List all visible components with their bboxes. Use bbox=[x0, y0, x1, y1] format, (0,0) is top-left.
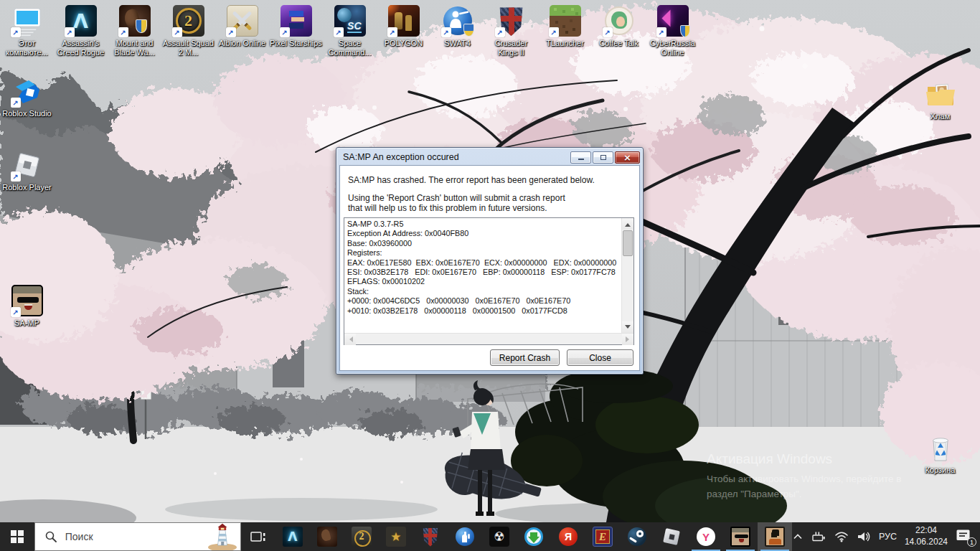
tray-date: 14.06.2024 bbox=[905, 537, 948, 548]
recycle-bin-icon bbox=[924, 431, 957, 464]
report-hint-line2: that will help us to fix this problem in… bbox=[348, 203, 547, 213]
polygon-icon bbox=[387, 4, 420, 37]
arrow-left-icon bbox=[347, 336, 353, 342]
horizontal-scrollbar[interactable] bbox=[344, 333, 633, 344]
search-box[interactable]: Поиск bbox=[34, 522, 241, 551]
taskbar-app-assassins-creed[interactable] bbox=[275, 522, 310, 551]
desktop-icon-albion[interactable]: Albion Online bbox=[215, 4, 269, 57]
close-button[interactable]: × bbox=[615, 151, 640, 164]
task-view-button[interactable] bbox=[245, 522, 271, 551]
language-indicator[interactable]: РУС bbox=[879, 532, 897, 542]
crusader-kings-icon bbox=[495, 4, 528, 37]
notification-center-button[interactable]: 1 bbox=[956, 529, 974, 545]
crash-log-text[interactable]: SA-MP 0.3.7-R5 Exception At Address: 0x0… bbox=[344, 218, 621, 333]
desktop-icon-assault-squad-2[interactable]: Assault Squad 2 M... bbox=[161, 4, 215, 57]
steam-icon bbox=[628, 527, 646, 546]
close-icon: × bbox=[623, 153, 631, 162]
pixel-starships-icon bbox=[280, 4, 313, 37]
desktop-icon-recycle-bin[interactable]: Корзина bbox=[913, 431, 967, 475]
dialog-title-bar[interactable]: SA:MP An exception occured × bbox=[339, 150, 641, 164]
desktop-icon-pixel-starships[interactable]: Pixel Starships bbox=[269, 4, 323, 57]
vertical-scrollbar[interactable] bbox=[621, 218, 633, 333]
caption-buttons: × bbox=[570, 151, 640, 164]
desktop-icon-samp[interactable]: SA-MP bbox=[0, 284, 54, 328]
assassins-creed-icon bbox=[283, 527, 303, 547]
report-crash-button[interactable]: Report Crash bbox=[490, 349, 560, 366]
taskbar-app-crusader-kings[interactable] bbox=[413, 522, 448, 551]
space-commander-icon bbox=[334, 4, 367, 37]
taskbar-app-swat4[interactable] bbox=[448, 522, 482, 551]
shortcut-arrow-icon bbox=[65, 27, 75, 37]
taskbar-app-samp[interactable] bbox=[723, 522, 758, 551]
dialog-title: SA:MP An exception occured bbox=[343, 152, 459, 162]
yandex-browser-icon bbox=[559, 527, 578, 546]
taskbar-app-mount-blade[interactable] bbox=[310, 522, 344, 551]
mount-blade-icon bbox=[317, 527, 337, 547]
maximize-button[interactable] bbox=[593, 151, 613, 164]
radiation-icon bbox=[489, 527, 509, 547]
desktop-icon-coffee-talk[interactable]: Coffee Talk bbox=[592, 4, 646, 57]
gold-medal-icon bbox=[386, 527, 406, 547]
desktop-icon-row: Этот компьюте... Assassin's Creed Rogue … bbox=[0, 4, 699, 57]
lighthouse-illustration bbox=[206, 523, 239, 550]
scroll-left-button[interactable] bbox=[344, 334, 356, 345]
swat4-icon bbox=[456, 527, 474, 546]
taskbar-app-steam[interactable] bbox=[620, 522, 654, 551]
taskbar-app-stalker[interactable] bbox=[482, 522, 517, 551]
taskbar-app-yandex-browser[interactable] bbox=[551, 522, 585, 551]
taskbar-app-gold-medal-game[interactable] bbox=[379, 522, 413, 551]
shortcut-arrow-icon bbox=[280, 27, 290, 37]
close-dialog-button[interactable]: Close bbox=[567, 349, 633, 366]
arrow-right-icon bbox=[626, 336, 632, 342]
shortcut-arrow-icon bbox=[11, 307, 21, 317]
taskbar-app-assault-squad-2[interactable] bbox=[344, 522, 379, 551]
ornate-e-icon bbox=[593, 527, 613, 547]
desktop-icon-mount-blade[interactable]: Mount and Blade Wa... bbox=[108, 4, 161, 57]
power-battery-icon[interactable] bbox=[811, 531, 826, 542]
start-button[interactable] bbox=[0, 522, 34, 551]
shortcut-arrow-icon bbox=[172, 27, 182, 37]
desktop-icon-tlauncher[interactable]: TLauncher bbox=[538, 4, 592, 57]
desktop-icon-swat4[interactable]: SWAT4 bbox=[430, 4, 484, 57]
roblox-studio-icon bbox=[11, 75, 44, 108]
desktop-icon-space-commander[interactable]: Space Command... bbox=[323, 4, 377, 57]
wifi-icon[interactable] bbox=[834, 531, 849, 542]
desktop-icon-crusader-kings[interactable]: Crusader Kings II bbox=[484, 4, 538, 57]
tray-time: 22:04 bbox=[905, 525, 948, 537]
desktop-icon-this-pc[interactable]: Этот компьюте... bbox=[0, 4, 54, 57]
taskbar-app-mediaget[interactable] bbox=[517, 522, 551, 551]
report-hint-line1: Using the 'Report Crash' button will sub… bbox=[348, 193, 565, 203]
taskbar-app-roblox[interactable] bbox=[654, 522, 689, 551]
desktop-icon-xlam-folder[interactable]: Хлам bbox=[913, 77, 967, 121]
volume-icon[interactable] bbox=[857, 531, 871, 542]
clock[interactable]: 22:04 14.06.2024 bbox=[905, 525, 948, 547]
gta-cj-icon bbox=[765, 527, 785, 547]
tray-chevron-icon[interactable] bbox=[792, 532, 804, 541]
assassins-creed-icon bbox=[65, 4, 98, 37]
scrollbar-thumb[interactable] bbox=[623, 230, 633, 256]
taskbar-app-yandex-music[interactable] bbox=[689, 522, 723, 551]
scroll-down-button[interactable] bbox=[622, 321, 633, 333]
crusader-kings-icon bbox=[422, 527, 438, 547]
task-view-icon bbox=[250, 529, 267, 544]
samp-icon bbox=[730, 527, 750, 547]
scroll-right-button[interactable] bbox=[622, 334, 633, 345]
desktop-icon-roblox-player[interactable]: Roblox Player bbox=[0, 149, 54, 192]
desktop-icon-assassins-creed[interactable]: Assassin's Creed Rogue bbox=[54, 4, 108, 57]
shortcut-arrow-icon bbox=[11, 171, 21, 182]
desktop-icon-roblox-studio[interactable]: Roblox Studio bbox=[0, 75, 54, 118]
scroll-up-button[interactable] bbox=[622, 218, 633, 230]
dialog-body: SA:MP has crashed. The error report has … bbox=[339, 165, 640, 371]
search-icon bbox=[45, 531, 57, 542]
taskbar-app-gta-san-andreas[interactable] bbox=[758, 522, 792, 551]
crash-log-box: SA-MP 0.3.7-R5 Exception At Address: 0x0… bbox=[344, 217, 634, 345]
this-pc-icon bbox=[11, 4, 44, 37]
shortcut-arrow-icon bbox=[603, 27, 613, 37]
desktop-icon-cyberrussia[interactable]: CyberRussia Online bbox=[646, 4, 699, 57]
minimize-button[interactable] bbox=[570, 151, 591, 164]
shortcut-arrow-icon bbox=[656, 27, 666, 37]
coffee-talk-icon bbox=[603, 4, 636, 37]
desktop-icon-polygon[interactable]: POLYGON bbox=[377, 4, 430, 57]
windows-logo-icon bbox=[11, 530, 24, 543]
taskbar-app-europa-e[interactable] bbox=[585, 522, 620, 551]
